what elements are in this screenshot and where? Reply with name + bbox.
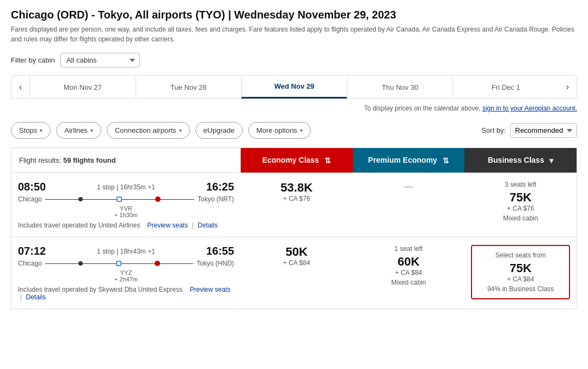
flight-time-row-1: 08:50 1 stop | 16hr35m +1 16:25 bbox=[18, 181, 234, 193]
details-link-1[interactable]: Details bbox=[198, 222, 218, 229]
premium-price-2[interactable]: 1 seat left 60K + CA $84 Mixed cabin bbox=[353, 237, 465, 309]
flight-time-row-2: 07:12 1 stop | 18hr43m +1 16:55 bbox=[18, 245, 234, 257]
sort-by-label: Sort by: bbox=[481, 126, 506, 134]
more-options-button[interactable]: More options ▾ bbox=[248, 122, 311, 139]
economy-price-fees-1: + CA $76 bbox=[247, 195, 346, 202]
start-dot-1 bbox=[78, 197, 83, 201]
more-options-chevron-icon: ▾ bbox=[300, 127, 303, 133]
end-dot-2 bbox=[155, 261, 160, 266]
depart-time-1: 08:50 bbox=[18, 181, 46, 193]
business-price-fees-2: + CA $84 bbox=[477, 275, 564, 283]
details-link-2[interactable]: Details bbox=[26, 293, 46, 301]
connection-chevron-icon: ▾ bbox=[179, 127, 182, 133]
economy-price-main-1: 53.8K bbox=[247, 181, 346, 195]
premium-economy-header[interactable]: Premium Economy ⇅ bbox=[353, 148, 465, 173]
calendar-prev-button[interactable]: ‹ bbox=[11, 76, 29, 99]
business-price-main-2: 75K bbox=[477, 261, 564, 275]
aeroplan-message: To display prices on the calendar above,… bbox=[11, 104, 577, 112]
depart-city-1: Chicago bbox=[18, 195, 42, 203]
filter-row: Filter by cabin All cabins Economy Class… bbox=[11, 53, 577, 67]
results-header-row: Flight results: 59 flights found Economy… bbox=[11, 148, 577, 173]
premium-sort-icon: ⇅ bbox=[443, 156, 449, 165]
sort-select[interactable]: Recommended Price Duration bbox=[510, 123, 577, 138]
depart-city-2: Chicago bbox=[18, 260, 42, 267]
eupgrade-button[interactable]: eUpgrade bbox=[195, 122, 243, 139]
filter-by-cabin-label: Filter by cabin bbox=[11, 56, 55, 64]
stops-filter-button[interactable]: Stops ▾ bbox=[11, 122, 51, 139]
economy-price-2[interactable]: 50K + CA $84 bbox=[241, 237, 353, 309]
stops-info-2: 1 stop | 18hr43m +1 bbox=[97, 248, 155, 255]
economy-price-fees-2: + CA $84 bbox=[247, 259, 346, 267]
depart-time-2: 07:12 bbox=[18, 245, 46, 257]
stops-chevron-icon: ▾ bbox=[40, 127, 42, 133]
route-line-1 bbox=[45, 195, 194, 203]
end-dot-1 bbox=[155, 196, 161, 202]
flight-info-2: 07:12 1 stop | 18hr43m +1 16:55 Chicago bbox=[11, 237, 241, 309]
business-seats-left-1: 3 seats left bbox=[471, 181, 570, 188]
carrier-info-2: Includes travel operated by Skywest Dba … bbox=[18, 286, 234, 301]
airlines-filter-button[interactable]: Airlines ▾ bbox=[56, 122, 101, 139]
preview-seats-link-2[interactable]: Preview seats bbox=[190, 286, 231, 293]
calendar-day-mon[interactable]: Mon Nov 27 bbox=[29, 77, 135, 98]
results-count: 59 flights found bbox=[63, 156, 116, 164]
economy-sort-icon: ⇅ bbox=[324, 156, 331, 165]
calendar-next-button[interactable]: › bbox=[559, 76, 577, 99]
stop-marker-2 bbox=[116, 261, 121, 266]
calendar-day-fri[interactable]: Fri Dec 1 bbox=[452, 77, 558, 98]
premium-price-1: — bbox=[353, 173, 465, 237]
airlines-chevron-icon: ▾ bbox=[90, 127, 93, 133]
premium-dash-1: — bbox=[403, 181, 413, 192]
route-row-1: Chicago Tokyo (NRT) bbox=[18, 195, 234, 203]
cabin-filter-select[interactable]: All cabins Economy Class Premium Economy… bbox=[60, 53, 140, 67]
premium-price-main-2: 60K bbox=[359, 255, 458, 269]
calendar-day-wed[interactable]: Wed Nov 29 bbox=[241, 76, 347, 99]
calendar-day-thu[interactable]: Thu Nov 30 bbox=[347, 77, 452, 98]
stopover-2: YYZ + 2h47m bbox=[18, 269, 234, 282]
flight-row-1: 08:50 1 stop | 16hr35m +1 16:25 Chicago bbox=[11, 173, 577, 237]
route-row-2: Chicago Tokyo (HND) bbox=[18, 260, 234, 267]
start-dot-2 bbox=[78, 261, 83, 266]
economy-price-main-2: 50K bbox=[247, 245, 346, 259]
business-mixed-cabin-1: Mixed cabin bbox=[471, 214, 570, 222]
economy-price-1[interactable]: 53.8K + CA $76 bbox=[241, 173, 353, 237]
premium-mixed-cabin-2: Mixed cabin bbox=[359, 279, 458, 286]
results-table: Flight results: 59 flights found Economy… bbox=[11, 147, 577, 309]
connection-airports-filter-button[interactable]: Connection airports ▾ bbox=[107, 122, 190, 139]
carrier-info-1: Includes travel operated by United Airli… bbox=[18, 222, 234, 229]
premium-seats-left-2: 1 seat left bbox=[359, 245, 458, 253]
business-price-2[interactable]: Select seats from 75K + CA $84 94% in Bu… bbox=[464, 237, 577, 309]
sort-row: Sort by: Recommended Price Duration bbox=[481, 123, 577, 138]
page-container: Chicago (ORD) - Tokyo, All airports (TYO… bbox=[0, 0, 588, 318]
stop-marker-1 bbox=[117, 196, 122, 202]
flight-row-2: 07:12 1 stop | 18hr43m +1 16:55 Chicago bbox=[11, 237, 577, 309]
filters-bar: Stops ▾ Airlines ▾ Connection airports ▾… bbox=[11, 122, 577, 139]
arrive-city-2: Tokyo (HND) bbox=[197, 260, 234, 267]
calendar-nav: ‹ Mon Nov 27 Tue Nov 28 Wed Nov 29 Thu N… bbox=[11, 75, 577, 99]
flight-results-label: Flight results: 59 flights found bbox=[11, 148, 241, 173]
arrive-time-2: 16:55 bbox=[206, 245, 234, 257]
business-selected-box-2[interactable]: Select seats from 75K + CA $84 94% in Bu… bbox=[471, 245, 570, 299]
preview-seats-link-1[interactable]: Preview seats bbox=[147, 222, 188, 229]
economy-class-header[interactable]: Economy Class ⇅ bbox=[241, 148, 353, 173]
stopover-1: YVR + 1h30m bbox=[18, 205, 234, 218]
business-pct-info-2: 94% in Business Class bbox=[477, 285, 564, 293]
page-title: Chicago (ORD) - Tokyo, All airports (TYO… bbox=[11, 9, 577, 21]
select-from-label-2: Select seats from bbox=[477, 251, 564, 259]
arrive-city-1: Tokyo (NRT) bbox=[198, 195, 234, 203]
business-class-header[interactable]: Business Class ▾ bbox=[464, 148, 577, 173]
page-subtitle: Fares displayed are per person, one way,… bbox=[11, 24, 577, 44]
business-price-1[interactable]: 3 seats left 75K + CA $76 Mixed cabin bbox=[464, 173, 577, 237]
business-sort-icon: ▾ bbox=[549, 156, 553, 165]
business-price-fees-1: + CA $76 bbox=[471, 205, 570, 212]
route-line-2 bbox=[45, 260, 193, 267]
business-price-main-1: 75K bbox=[471, 190, 570, 205]
premium-price-fees-2: + CA $84 bbox=[359, 269, 458, 276]
calendar-day-tue[interactable]: Tue Nov 28 bbox=[136, 77, 241, 98]
stops-info-1: 1 stop | 16hr35m +1 bbox=[97, 183, 155, 191]
flight-info-1: 08:50 1 stop | 16hr35m +1 16:25 Chicago bbox=[11, 173, 241, 237]
arrive-time-1: 16:25 bbox=[206, 181, 234, 193]
aeroplan-sign-in-link[interactable]: sign in to your Aeroplan account. bbox=[482, 104, 577, 112]
